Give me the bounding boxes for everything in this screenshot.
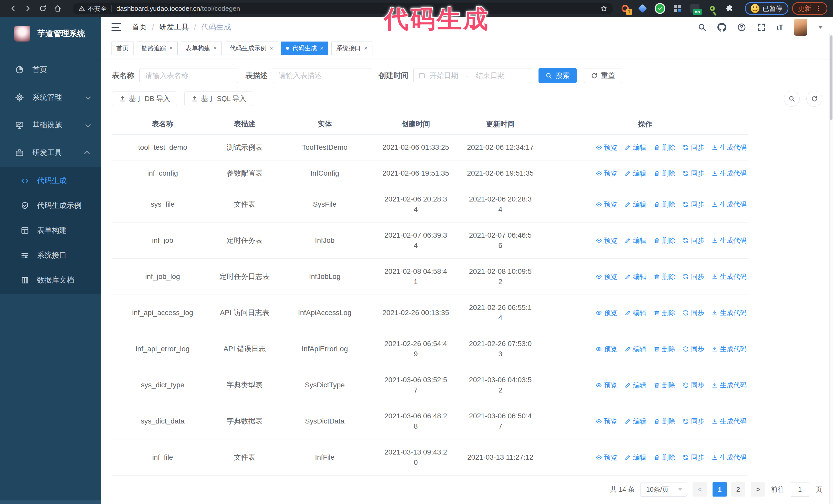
action-down-link[interactable]: 生成代码 <box>712 271 747 282</box>
sidebar-collapse-icon[interactable] <box>112 23 121 31</box>
action-edit-link[interactable]: 编辑 <box>625 168 646 178</box>
help-icon[interactable] <box>737 23 746 32</box>
page-button-1[interactable]: 1 <box>713 482 727 497</box>
action-sync-link[interactable]: 同步 <box>683 168 704 178</box>
reset-button[interactable]: 重置 <box>584 68 622 83</box>
table-row[interactable]: inf_api_error_log API 错误日志 InfApiErrorLo… <box>112 331 748 367</box>
tab-close-icon[interactable]: × <box>364 45 367 51</box>
browser-update-button[interactable]: 更新 <box>792 2 827 15</box>
action-del-link[interactable]: 删除 <box>653 168 675 178</box>
action-edit-link[interactable]: 编辑 <box>625 344 646 354</box>
page-button-2[interactable]: 2 <box>731 482 745 497</box>
action-del-link[interactable]: 删除 <box>653 199 675 210</box>
action-down-link[interactable]: 生成代码 <box>712 344 747 354</box>
github-icon[interactable] <box>717 23 727 32</box>
font-size-icon[interactable]: tT <box>777 23 783 31</box>
action-sync-link[interactable]: 同步 <box>683 271 704 282</box>
action-eye-link[interactable]: 预览 <box>596 168 617 178</box>
submenu-item-0[interactable]: 代码生成 <box>0 168 101 193</box>
browser-back-button[interactable] <box>6 2 21 15</box>
avatar[interactable] <box>794 19 807 35</box>
action-down-link[interactable]: 生成代码 <box>712 308 747 318</box>
breadcrumb-item-0[interactable]: 首页 <box>132 22 147 32</box>
submenu-item-4[interactable]: 数据库文档 <box>0 268 101 292</box>
table-row[interactable]: inf_job 定时任务表 InfJob 2021-02-07 06:39:3 … <box>112 222 748 259</box>
goto-page-input[interactable] <box>790 482 810 497</box>
action-eye-link[interactable]: 预览 <box>596 271 617 282</box>
action-eye-link[interactable]: 预览 <box>596 380 617 390</box>
action-sync-link[interactable]: 同步 <box>683 452 704 462</box>
action-down-link[interactable]: 生成代码 <box>712 142 747 152</box>
extension-icon-6[interactable] <box>707 3 718 14</box>
action-edit-link[interactable]: 编辑 <box>625 271 646 282</box>
table-name-input[interactable] <box>139 68 238 83</box>
action-edit-link[interactable]: 编辑 <box>625 416 646 426</box>
action-edit-link[interactable]: 编辑 <box>625 308 646 318</box>
action-sync-link[interactable]: 同步 <box>683 235 704 246</box>
table-row[interactable]: inf_config 参数配置表 InfConfig 2021-02-06 19… <box>112 161 748 186</box>
browser-menu-icon[interactable] <box>815 5 822 11</box>
action-del-link[interactable]: 删除 <box>653 308 675 318</box>
scrollbar[interactable] <box>829 34 833 504</box>
import-db-button[interactable]: 基于 DB 导入 <box>112 92 177 106</box>
action-eye-link[interactable]: 预览 <box>596 344 617 354</box>
security-indicator[interactable]: 不安全 <box>78 4 107 13</box>
action-sync-link[interactable]: 同步 <box>683 142 704 152</box>
action-sync-link[interactable]: 同步 <box>683 344 704 354</box>
action-eye-link[interactable]: 预览 <box>596 452 617 462</box>
table-row[interactable]: sys_dict_data 字典数据表 SysDictData 2021-03-… <box>112 403 748 439</box>
action-edit-link[interactable]: 编辑 <box>625 380 646 390</box>
browser-forward-button[interactable] <box>21 2 35 15</box>
action-down-link[interactable]: 生成代码 <box>712 235 747 246</box>
sidebar-item-3[interactable]: 研发工具 <box>0 139 101 167</box>
extensions-puzzle-icon[interactable] <box>724 3 735 14</box>
action-eye-link[interactable]: 预览 <box>596 235 617 246</box>
action-eye-link[interactable]: 预览 <box>596 308 617 318</box>
fullscreen-icon[interactable] <box>757 23 766 32</box>
toggle-search-button[interactable] <box>784 91 800 106</box>
avatar-caret-icon[interactable] <box>818 26 823 29</box>
breadcrumb-item-1[interactable]: 研发工具 <box>159 22 189 32</box>
sidebar-item-0[interactable]: 首页 <box>0 56 101 83</box>
browser-home-button[interactable] <box>50 2 65 15</box>
extension-icon-1[interactable]: 1 <box>620 3 630 14</box>
tab-5[interactable]: 系统接口× <box>331 42 373 55</box>
profile-paused-chip[interactable]: 已暂停 <box>745 2 788 15</box>
extension-icon-5[interactable]: on <box>689 3 700 14</box>
action-sync-link[interactable]: 同步 <box>683 416 704 426</box>
tab-close-icon[interactable]: × <box>320 45 324 51</box>
action-eye-link[interactable]: 预览 <box>596 199 617 210</box>
sidebar-item-2[interactable]: 基础设施 <box>0 111 101 139</box>
action-eye-link[interactable]: 预览 <box>596 416 617 426</box>
tab-2[interactable]: 表单构建× <box>181 42 222 55</box>
action-down-link[interactable]: 生成代码 <box>712 416 747 426</box>
end-date-placeholder[interactable]: 结束日期 <box>476 71 505 80</box>
start-date-placeholder[interactable]: 开始日期 <box>430 71 458 80</box>
action-del-link[interactable]: 删除 <box>653 380 675 390</box>
action-down-link[interactable]: 生成代码 <box>712 168 747 178</box>
tab-3[interactable]: 代码生成示例× <box>225 42 278 55</box>
extension-icon-2[interactable] <box>637 3 648 14</box>
action-down-link[interactable]: 生成代码 <box>712 199 747 210</box>
header-search-icon[interactable] <box>698 23 707 32</box>
table-row[interactable]: tool_test_demo 测试示例表 ToolTestDemo 2021-0… <box>112 135 748 161</box>
address-bar[interactable]: 不安全 dashboard.yudao.iocoder.cn/tool/code… <box>73 3 613 14</box>
tab-0[interactable]: 首页 <box>112 42 134 55</box>
prev-page-button[interactable]: < <box>693 482 707 497</box>
action-sync-link[interactable]: 同步 <box>683 380 704 390</box>
table-desc-input[interactable] <box>273 68 372 83</box>
action-del-link[interactable]: 删除 <box>653 344 675 354</box>
action-down-link[interactable]: 生成代码 <box>712 380 747 390</box>
scrollbar-thumb[interactable] <box>830 35 832 120</box>
action-edit-link[interactable]: 编辑 <box>625 452 646 462</box>
app-logo-row[interactable]: 芋道管理系统 <box>0 17 101 48</box>
action-sync-link[interactable]: 同步 <box>683 199 704 210</box>
table-row[interactable]: inf_file 文件表 InfFile 2021-03-13 09:43:2 … <box>112 439 748 476</box>
sidebar-item-1[interactable]: 系统管理 <box>0 83 101 111</box>
search-button[interactable]: 搜索 <box>539 68 577 83</box>
browser-reload-button[interactable] <box>35 2 50 15</box>
submenu-item-3[interactable]: 系统接口 <box>0 243 101 268</box>
submenu-item-2[interactable]: 表单构建 <box>0 218 101 243</box>
tab-close-icon[interactable]: × <box>169 45 173 51</box>
action-del-link[interactable]: 删除 <box>653 416 675 426</box>
